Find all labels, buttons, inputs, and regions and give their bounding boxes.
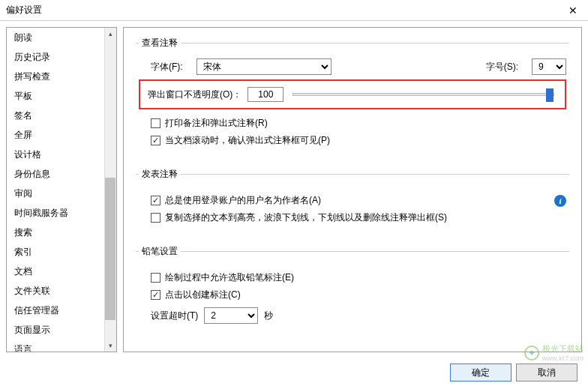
pencil-settings-legend: 铅笔设置 — [139, 245, 181, 258]
scroll-down-icon[interactable]: ▾ — [105, 340, 116, 352]
sidebar-item-page-display[interactable]: 页面显示 — [7, 320, 116, 340]
post-annotations-legend: 发表注释 — [139, 168, 181, 181]
close-icon: ✕ — [568, 4, 578, 16]
sidebar-item-language[interactable]: 语言 — [7, 340, 116, 352]
titlebar: 偏好设置 ✕ — [0, 0, 588, 21]
scroll-visible-label: 当文档滚动时，确认弹出式注释框可见(P) — [165, 134, 330, 147]
copy-highlight-checkbox-row[interactable]: 复制选择的文本到高亮，波浪下划线，下划线以及删除线注释弹出框(S) — [151, 211, 566, 224]
scroll-thumb[interactable] — [105, 178, 116, 320]
sidebar: 朗读 历史记录 拼写检查 平板 签名 全屏 设计格 身份信息 审阅 时间戳服务器… — [6, 27, 117, 352]
dialog-footer: 确定 取消 — [450, 364, 578, 382]
content-panel: 查看注释 字体(F): 宋体 字号(S): 9 弹出窗口不透明度(O)： — [123, 27, 582, 352]
sidebar-item-timestamp-server[interactable]: 时间戳服务器 — [7, 203, 116, 223]
font-size-label: 字号(S): — [486, 61, 518, 73]
sidebar-item-trust-manager[interactable]: 信任管理器 — [7, 301, 116, 320]
ok-button[interactable]: 确定 — [450, 364, 512, 382]
slider-thumb[interactable] — [546, 88, 554, 102]
pencil-settings-group: 铅笔设置 绘制过程中允许选取铅笔标注(E) 点击以创建标注(C) 设置超时(T)… — [136, 245, 569, 342]
sidebar-item-identity[interactable]: 身份信息 — [7, 164, 116, 184]
click-create-checkbox[interactable] — [151, 290, 160, 300]
use-login-checkbox[interactable] — [151, 196, 160, 205]
click-create-label: 点击以创建标注(C) — [165, 289, 241, 301]
sidebar-item-document[interactable]: 文档 — [7, 262, 116, 281]
cancel-button[interactable]: 取消 — [516, 364, 578, 382]
sidebar-item-design-grid[interactable]: 设计格 — [7, 145, 116, 164]
sidebar-item-spellcheck[interactable]: 拼写检查 — [7, 67, 116, 86]
use-login-label: 总是使用登录账户的用户名为作者名(A) — [165, 194, 321, 207]
copy-highlight-checkbox[interactable] — [151, 213, 160, 223]
print-popup-checkbox-row[interactable]: 打印备注和弹出式注释(R) — [151, 117, 566, 130]
allow-select-checkbox-row[interactable]: 绘制过程中允许选取铅笔标注(E) — [151, 271, 566, 284]
allow-select-checkbox[interactable] — [151, 273, 160, 283]
copy-highlight-label: 复制选择的文本到高亮，波浪下划线，下划线以及删除线注释弹出框(S) — [165, 211, 447, 224]
sidebar-scrollbar[interactable]: ▴ ▾ — [104, 28, 116, 352]
click-create-checkbox-row[interactable]: 点击以创建标注(C) — [151, 289, 566, 301]
sidebar-item-tablet[interactable]: 平板 — [7, 86, 116, 106]
info-icon[interactable]: i — [554, 195, 566, 207]
use-login-checkbox-row[interactable]: 总是使用登录账户的用户名为作者名(A) i — [151, 194, 566, 207]
main-area: 朗读 历史记录 拼写检查 平板 签名 全屏 设计格 身份信息 审阅 时间戳服务器… — [0, 21, 588, 358]
allow-select-label: 绘制过程中允许选取铅笔标注(E) — [165, 271, 294, 284]
view-annotations-group: 查看注释 字体(F): 宋体 字号(S): 9 弹出窗口不透明度(O)： — [136, 37, 569, 163]
sidebar-item-search[interactable]: 搜索 — [7, 223, 116, 242]
opacity-input[interactable] — [248, 87, 284, 102]
scroll-up-icon[interactable]: ▴ — [105, 28, 116, 40]
sidebar-item-signature[interactable]: 签名 — [7, 106, 116, 125]
sidebar-list[interactable]: 朗读 历史记录 拼写检查 平板 签名 全屏 设计格 身份信息 审阅 时间戳服务器… — [7, 28, 116, 352]
scroll-visible-checkbox[interactable] — [151, 136, 160, 145]
print-popup-label: 打印备注和弹出式注释(R) — [165, 117, 268, 130]
sidebar-item-read-aloud[interactable]: 朗读 — [7, 28, 116, 47]
post-annotations-group: 发表注释 总是使用登录账户的用户名为作者名(A) i 复制选择的文本到高亮，波浪… — [136, 168, 569, 241]
opacity-highlight-box: 弹出窗口不透明度(O)： — [139, 79, 566, 109]
sidebar-item-fullscreen[interactable]: 全屏 — [7, 125, 116, 145]
font-label: 字体(F): — [151, 61, 183, 73]
window-title: 偏好设置 — [6, 4, 42, 16]
close-button[interactable]: ✕ — [558, 0, 588, 21]
sidebar-item-index[interactable]: 索引 — [7, 242, 116, 262]
font-size-select[interactable]: 9 — [532, 58, 566, 75]
sidebar-item-review[interactable]: 审阅 — [7, 184, 116, 203]
timeout-label: 设置超时(T) — [151, 310, 198, 322]
slider-track[interactable] — [292, 93, 554, 96]
print-popup-checkbox[interactable] — [151, 118, 160, 128]
timeout-unit: 秒 — [264, 310, 273, 322]
sidebar-item-history[interactable]: 历史记录 — [7, 47, 116, 67]
opacity-label: 弹出窗口不透明度(O)： — [148, 88, 242, 101]
font-select[interactable]: 宋体 — [196, 58, 332, 75]
sidebar-item-file-association[interactable]: 文件关联 — [7, 281, 116, 301]
timeout-select[interactable]: 2 — [204, 307, 258, 324]
view-annotations-legend: 查看注释 — [139, 37, 181, 49]
scroll-visible-checkbox-row[interactable]: 当文档滚动时，确认弹出式注释框可见(P) — [151, 134, 566, 147]
opacity-slider[interactable] — [290, 93, 557, 96]
